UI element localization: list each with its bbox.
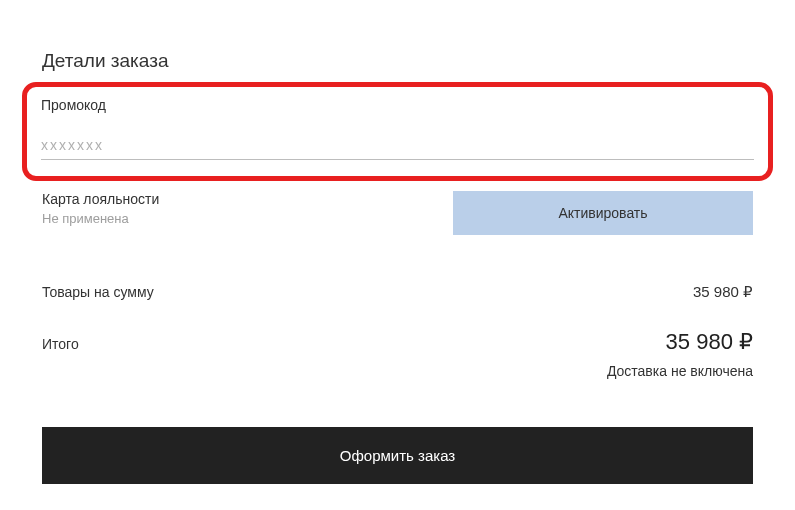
checkout-button[interactable]: Оформить заказ	[42, 427, 753, 484]
total-label: Итого	[42, 336, 79, 352]
total-value: 35 980 ₽	[666, 329, 753, 355]
section-title: Детали заказа	[42, 50, 753, 72]
promo-label: Промокод	[41, 97, 754, 113]
promo-input[interactable]	[41, 131, 754, 160]
loyalty-label: Карта лояльности	[42, 191, 159, 207]
items-summary-row: Товары на сумму 35 980 ₽	[42, 283, 753, 301]
activate-button[interactable]: Активировать	[453, 191, 753, 235]
items-value: 35 980 ₽	[693, 283, 753, 301]
loyalty-status: Не применена	[42, 211, 159, 226]
promo-section: Промокод	[22, 82, 773, 181]
delivery-note: Доставка не включена	[42, 363, 753, 379]
items-label: Товары на сумму	[42, 284, 154, 300]
loyalty-section: Карта лояльности Не применена Активирова…	[42, 191, 753, 235]
total-row: Итого 35 980 ₽	[42, 329, 753, 355]
